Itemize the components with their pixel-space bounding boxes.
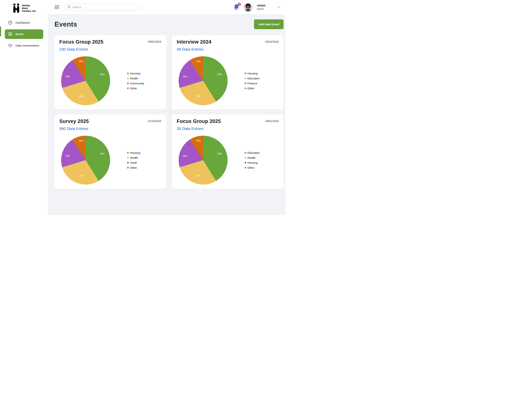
search-icon bbox=[67, 5, 71, 9]
event-title: Survey 2025 bbox=[59, 119, 89, 124]
topbar: 6 Akilah bbox=[48, 0, 286, 14]
legend-item: Education bbox=[245, 151, 260, 154]
pie-slice-label: 35% bbox=[183, 75, 187, 78]
legend-item: Housing bbox=[127, 151, 140, 154]
legend-dot bbox=[245, 157, 246, 159]
pie-legend: Housing Health Youth Other bbox=[127, 151, 140, 169]
event-title: Focus Group 2025 bbox=[59, 39, 103, 45]
brand-name: Healthy Black Families, Inc. bbox=[22, 4, 36, 12]
pie-slice-label: 35% bbox=[65, 155, 70, 157]
legend-label: Health bbox=[247, 156, 256, 159]
main-content: Events Add New Event Focus Group 2025 09… bbox=[48, 14, 286, 215]
brand-logo: Healthy Black Families, Inc. bbox=[0, 0, 48, 14]
legend-label: Housing bbox=[130, 72, 140, 75]
pie-chart: 40% 15% 35% 35% bbox=[179, 136, 228, 185]
legend-dot bbox=[245, 77, 246, 79]
sidebar-menu: Dashboard Event Data Interpretation bbox=[0, 18, 48, 50]
legend-dot bbox=[245, 88, 246, 89]
sidebar-item-dashboard[interactable]: Dashboard bbox=[5, 18, 43, 27]
app-window: Healthy Black Families, Inc. Dashboard bbox=[0, 0, 286, 215]
legend-item: Education bbox=[245, 77, 260, 80]
pie-slice-label: 40% bbox=[100, 73, 105, 76]
brand-line-2: Black bbox=[22, 7, 36, 10]
brand-line-1: Healthy bbox=[22, 4, 36, 7]
pie-slice-label: 35% bbox=[79, 140, 84, 142]
legend-dot bbox=[245, 82, 246, 84]
sidebar-item-label: Dashboard bbox=[16, 21, 30, 24]
legend-item: Housing bbox=[245, 72, 260, 75]
legend-item: Housing bbox=[245, 161, 260, 164]
legend-label: Education bbox=[247, 77, 260, 80]
legend-label: Education bbox=[247, 151, 260, 154]
event-card[interactable]: Focus Group 2025 09/01/2025 230 Data Ent… bbox=[55, 35, 166, 110]
brand-logo-icon bbox=[12, 3, 20, 14]
legend-label: Finance bbox=[247, 82, 257, 85]
legend-label: Youth bbox=[130, 161, 137, 164]
pie-chart: 40% 15% 35% 35% bbox=[61, 136, 110, 185]
data-entries-link[interactable]: 990 Data Entries bbox=[59, 126, 88, 131]
legend-dot bbox=[127, 77, 129, 79]
topbar-right: 6 Akilah bbox=[233, 3, 282, 11]
data-entries-link[interactable]: 230 Data Entries bbox=[59, 47, 88, 51]
pie-legend: Education Health Housing Other bbox=[245, 151, 260, 169]
pie-legend: Housing Health Community Other bbox=[127, 72, 144, 90]
pie-slice-label: 35% bbox=[196, 60, 201, 63]
page-title: Events bbox=[55, 21, 77, 28]
add-new-event-button[interactable]: Add New Event bbox=[254, 19, 284, 29]
data-entries-link[interactable]: 35 Data Entries bbox=[177, 126, 204, 131]
event-date: 09/01/2025 bbox=[148, 40, 162, 43]
heart-icon bbox=[8, 44, 12, 48]
legend-label: Housing bbox=[247, 72, 258, 75]
sidebar-item-label: Event bbox=[16, 33, 23, 36]
pie-slice-label: 35% bbox=[183, 155, 187, 157]
event-card[interactable]: Focus Group 2025 04/01/2025 35 Data Entr… bbox=[172, 115, 284, 189]
avatar[interactable] bbox=[244, 3, 252, 11]
hamburger-menu-icon[interactable] bbox=[55, 5, 59, 9]
legend-item: Housing bbox=[127, 72, 144, 75]
pie-slice-label: 35% bbox=[65, 75, 70, 78]
legend-label: Other bbox=[247, 87, 255, 90]
event-card[interactable]: Survey 2025 01/23/2025 990 Data Entries … bbox=[55, 115, 166, 189]
legend-dot bbox=[245, 167, 246, 169]
user-menu-chevron-button[interactable] bbox=[276, 5, 282, 10]
pie-slice-label: 15% bbox=[196, 95, 201, 98]
legend-label: Health bbox=[130, 77, 138, 80]
legend-dot bbox=[127, 157, 129, 159]
data-entries-link[interactable]: 39 Data Entries bbox=[177, 47, 204, 51]
legend-dot bbox=[127, 82, 129, 84]
sidebar-item-event[interactable]: Event bbox=[5, 29, 43, 39]
sidebar: Healthy Black Families, Inc. Dashboard bbox=[0, 0, 48, 215]
legend-item: Youth bbox=[127, 161, 140, 164]
pie-slice-label: 15% bbox=[79, 175, 84, 177]
pie-slice-label: 35% bbox=[79, 60, 84, 63]
pie-slice-label: 40% bbox=[217, 73, 222, 76]
pie-chart: 40% 15% 35% 35% bbox=[179, 56, 228, 105]
notification-bell-icon[interactable]: 6 bbox=[233, 4, 240, 11]
event-cards-grid: Focus Group 2025 09/01/2025 230 Data Ent… bbox=[55, 35, 284, 189]
active-nav-accent bbox=[0, 26, 1, 36]
legend-label: Other bbox=[247, 166, 255, 169]
legend-label: Housing bbox=[130, 151, 140, 154]
legend-item: Health bbox=[127, 77, 144, 80]
legend-label: Community bbox=[130, 82, 144, 85]
user-name: Akilah bbox=[257, 4, 265, 7]
search-bar[interactable] bbox=[65, 3, 142, 11]
dashboard-gauge-icon bbox=[8, 21, 12, 25]
legend-dot bbox=[245, 72, 246, 74]
sidebar-item-data-interpretation[interactable]: Data Interpretation bbox=[5, 41, 43, 50]
event-card[interactable]: Interview 2024 03/24/2024 39 Data Entrie… bbox=[172, 35, 284, 110]
legend-dot bbox=[127, 152, 129, 154]
event-date: 04/01/2025 bbox=[265, 120, 279, 123]
legend-label: Housing bbox=[247, 161, 258, 164]
legend-dot bbox=[127, 72, 129, 74]
legend-dot bbox=[245, 152, 246, 154]
legend-item: Other bbox=[245, 87, 260, 90]
search-input[interactable] bbox=[73, 5, 140, 9]
legend-label: Other bbox=[130, 87, 137, 90]
brand-line-3: Families, Inc. bbox=[22, 10, 36, 12]
sidebar-item-label: Data Interpretation bbox=[16, 44, 39, 47]
event-date: 03/24/2024 bbox=[265, 40, 279, 43]
legend-item: Community bbox=[127, 82, 144, 85]
pie-legend: Housing Education Finance Other bbox=[245, 72, 260, 90]
legend-item: Other bbox=[127, 87, 144, 90]
